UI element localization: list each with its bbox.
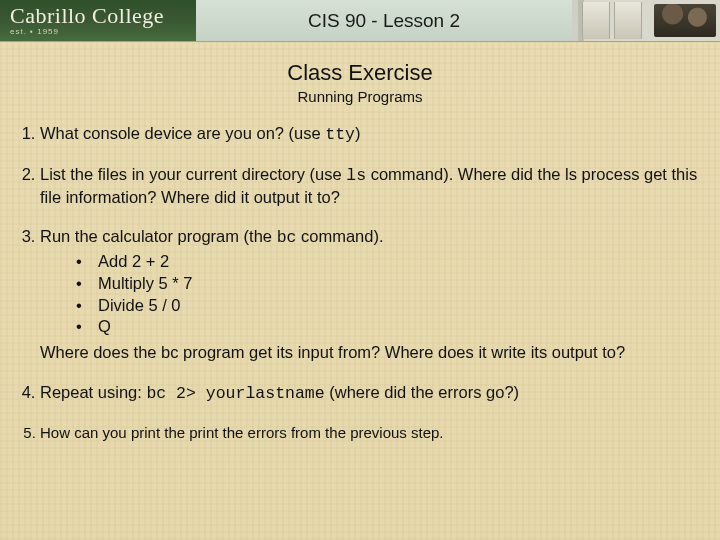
header-photo-people — [654, 4, 716, 37]
question-5: How can you print the print the errors f… — [40, 423, 706, 443]
question-4: Repeat using: bc 2> yourlastname (where … — [40, 382, 706, 405]
logo-est: est. ▪ 1959 — [10, 28, 196, 36]
course-title: CIS 90 - Lesson 2 — [308, 10, 460, 32]
q3-text-a: Run the calculator program (the — [40, 227, 277, 245]
q4-cmd: bc 2> yourlastname — [146, 384, 324, 403]
q3-sublist: Add 2 + 2 Multiply 5 * 7 Divide 5 / 0 Q — [76, 251, 700, 338]
q2-text-a: List the files in your current directory… — [40, 165, 346, 183]
q3-sub-3: Divide 5 / 0 — [76, 295, 700, 317]
question-1: What console device are you on? (use tty… — [40, 123, 706, 146]
college-logo: Cabrillo College est. ▪ 1959 — [0, 0, 196, 41]
q3-tail: Where does the bc program get its input … — [40, 342, 700, 364]
q3-sub-2: Multiply 5 * 7 — [76, 273, 700, 295]
q5-text-a: How can you print the print the errors f… — [40, 424, 444, 441]
q3-cmd: bc — [277, 228, 297, 247]
header-banner: Cabrillo College est. ▪ 1959 CIS 90 - Le… — [0, 0, 720, 42]
exercise-title: Class Exercise — [14, 60, 706, 86]
q2-cmd: ls — [346, 166, 366, 185]
q4-text-a: Repeat using: — [40, 383, 146, 401]
question-3: Run the calculator program (the bc comma… — [40, 226, 706, 364]
slide-content: Class Exercise Running Programs What con… — [0, 42, 720, 442]
q1-text-a: What console device are you on? (use — [40, 124, 325, 142]
course-title-strip: CIS 90 - Lesson 2 — [196, 0, 572, 41]
q3-sub-4: Q — [76, 316, 700, 338]
q3-text-b: command). — [296, 227, 383, 245]
logo-text: Cabrillo College — [10, 5, 196, 27]
q3-sub-1: Add 2 + 2 — [76, 251, 700, 273]
question-2: List the files in your current directory… — [40, 164, 706, 209]
q4-text-b: (where did the errors go?) — [325, 383, 519, 401]
question-list: What console device are you on? (use tty… — [14, 123, 706, 442]
header-photo — [572, 0, 720, 41]
exercise-subtitle: Running Programs — [14, 88, 706, 105]
q1-text-b: ) — [355, 124, 361, 142]
q1-cmd: tty — [325, 125, 355, 144]
